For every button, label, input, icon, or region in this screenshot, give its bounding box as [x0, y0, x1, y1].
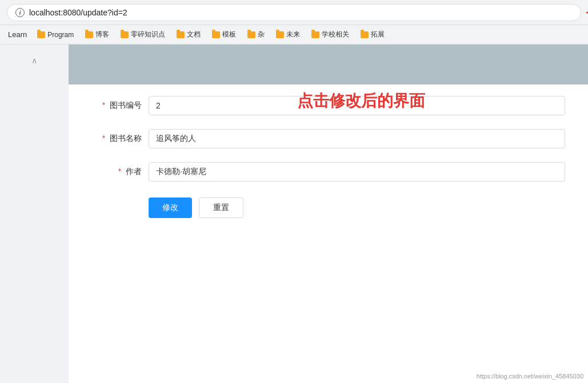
form-area-wrapper: * 图书编号 点击修改后的界面 * 图书名称: [69, 84, 588, 229]
form-row-book-id: * 图书编号 点击修改后的界面: [91, 96, 565, 115]
bottom-url: https://blog.csdn.net/weixin_45845030: [477, 373, 583, 380]
red-arrow-annotation: [581, 1, 588, 24]
bookmarks-bar: Learn Program 博客 零碎知识点 文档 模板 杂 未来 学校相关 拓…: [0, 25, 588, 45]
sidebar: ∧: [0, 45, 69, 383]
reset-button[interactable]: 重置: [199, 197, 243, 218]
input-book-name[interactable]: [149, 129, 565, 148]
bookmark-blog[interactable]: 博客: [81, 28, 114, 41]
folder-icon-templates: [212, 31, 220, 38]
label-book-name: * 图书名称: [91, 134, 149, 144]
folder-icon-expand: [361, 31, 369, 38]
bookmark-learn[interactable]: Learn: [5, 29, 30, 41]
browser-address-bar: i localhost:8080/update?id=2: [0, 0, 588, 25]
bookmark-expand[interactable]: 拓展: [356, 28, 389, 41]
folder-icon-misc: [247, 31, 255, 38]
required-star-name: *: [102, 134, 105, 143]
collapse-chevron[interactable]: ∧: [31, 56, 37, 65]
folder-icon-future: [276, 31, 284, 38]
main-panel: * 图书编号 点击修改后的界面 * 图书名称: [69, 45, 588, 383]
input-book-id[interactable]: [149, 96, 565, 115]
required-star-id: *: [102, 100, 105, 110]
folder-icon-program: [37, 31, 45, 38]
label-book-id: * 图书编号: [91, 100, 149, 111]
bookmark-program[interactable]: Program: [33, 29, 78, 41]
bookmark-tidbits[interactable]: 零碎知识点: [116, 28, 170, 41]
info-icon: i: [15, 8, 25, 17]
address-bar[interactable]: i localhost:8080/update?id=2: [7, 4, 581, 21]
address-text: localhost:8080/update?id=2: [29, 8, 573, 17]
required-star-author: *: [118, 167, 121, 176]
bookmark-docs[interactable]: 文档: [172, 28, 205, 41]
folder-icon-school: [311, 31, 319, 38]
form-row-book-name: * 图书名称: [91, 129, 565, 148]
form-row-author: * 作者: [91, 162, 565, 182]
submit-button[interactable]: 修改: [149, 197, 192, 218]
bookmark-templates[interactable]: 模板: [207, 28, 241, 41]
folder-icon-docs: [177, 31, 185, 38]
folder-icon-tidbits: [121, 31, 129, 38]
input-author[interactable]: [149, 162, 565, 182]
folder-icon-blog: [85, 31, 93, 38]
label-author: * 作者: [91, 167, 149, 177]
button-row: 修改 重置: [149, 195, 565, 218]
bookmark-misc[interactable]: 杂: [243, 28, 269, 41]
bookmark-school[interactable]: 学校相关: [307, 28, 354, 41]
header-banner: [69, 45, 588, 84]
page-content: ∧ * 图书编号 点击修改后的界面: [0, 45, 588, 383]
bookmark-future[interactable]: 未来: [271, 28, 305, 41]
form-container: * 图书编号 点击修改后的界面 * 图书名称: [69, 84, 588, 229]
